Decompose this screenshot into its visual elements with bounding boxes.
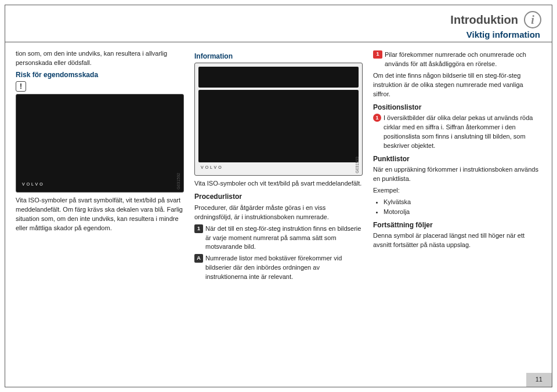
pilar-text: Pilar förekommer numrerade och onumrerad… — [385, 50, 541, 69]
info-icon: i — [524, 11, 541, 28]
column-3: 1 Pilar förekommer numrerade och onumrer… — [373, 49, 541, 284]
list-item: Kylvätska — [384, 198, 541, 207]
step-badge-a: A — [194, 254, 203, 263]
step-a-text: Numrerade listor med bokstäver förekomme… — [205, 254, 363, 282]
column-2: Information VOLVO G031593 Vita ISO-symbo… — [194, 49, 363, 284]
caption-2: Vita ISO-symboler och vit text/bild på s… — [194, 179, 363, 188]
image-id-2: G031593 — [355, 157, 360, 173]
arrow-badge: 1 — [373, 50, 382, 59]
proc-body: Procedurer, där åtgärder måste göras i e… — [194, 204, 363, 222]
position-badge-1: 1 — [373, 114, 381, 122]
heading-information: Information — [194, 52, 363, 61]
positionslistor-text: I översiktbilder där olika delar pekas u… — [384, 114, 541, 151]
heading-procedurlistor: Procedurlistor — [194, 192, 363, 202]
step-badge-1: 1 — [194, 224, 203, 233]
placeholder-image-1: VOLVO G031592 — [16, 94, 184, 193]
step-1-text: När det till en steg-för-steg instruktio… — [205, 224, 363, 252]
pilar-more: Om det inte finns någon bildserie till e… — [373, 71, 541, 99]
placeholder-image-2: VOLVO G031593 — [194, 63, 363, 176]
brand-logo: VOLVO — [201, 165, 223, 170]
fortsattning-body: Denna symbol är placerad längst ned till… — [373, 231, 541, 250]
column-1: tion som, om den inte undviks, kan resul… — [16, 49, 184, 284]
caption-1: Vita ISO-symboler på svart symbolfält, v… — [16, 196, 184, 233]
brand-logo: VOLVO — [22, 182, 45, 187]
heading-positionslistor: Positionslistor — [373, 103, 541, 112]
caution-icon: ! — [16, 81, 26, 92]
exempel-label: Exempel: — [373, 186, 541, 195]
bullet-list: Kylvätska Motorolja — [373, 198, 541, 217]
list-item: Motorolja — [384, 208, 541, 217]
heading-punktlistor: Punktlistor — [373, 154, 541, 164]
punktlistor-body: När en uppräkning förkommer i instruktio… — [373, 165, 541, 184]
section-subhead: Viktig information — [5, 28, 552, 42]
page-title: Introduktion — [450, 12, 518, 28]
heading-risk: Risk för egendomsskada — [16, 70, 184, 80]
page-number: 11 — [526, 373, 552, 387]
heading-fortsattning: Fortsättning följer — [373, 220, 541, 230]
image-id-1: G031592 — [176, 173, 182, 190]
intro-text: tion som, om den inte undviks, kan resul… — [16, 49, 184, 68]
